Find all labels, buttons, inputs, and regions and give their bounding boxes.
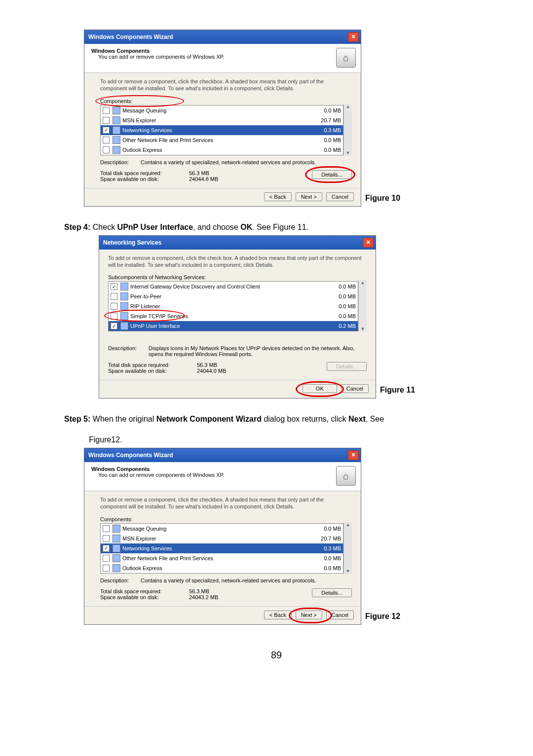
- details-button[interactable]: Details...: [312, 170, 352, 179]
- list-item[interactable]: Other Network File and Print Services0.0…: [101, 553, 343, 563]
- checkbox-icon[interactable]: [103, 525, 110, 532]
- checkbox-icon[interactable]: [103, 535, 110, 542]
- item-label: Message Queuing: [122, 108, 306, 113]
- instructions: To add or remove a component, click the …: [100, 496, 352, 510]
- description-text: Displays icons in My Network Places for …: [149, 345, 367, 357]
- space-avail-value: 24043.2 MB: [189, 594, 218, 600]
- item-size: 0.0 MB: [306, 555, 341, 561]
- checkbox-icon[interactable]: [103, 107, 110, 114]
- checkbox-icon[interactable]: ✓: [103, 127, 110, 134]
- title-text: Networking Services: [103, 239, 161, 246]
- back-button[interactable]: < Back: [264, 611, 292, 619]
- item-label: MSN Explorer: [122, 117, 306, 123]
- windows-component-icon: ⌂: [336, 466, 356, 486]
- space-avail-label: Space available on disk:: [108, 368, 197, 374]
- item-label: RIP Listener: [130, 303, 321, 309]
- next-button[interactable]: Next >: [296, 192, 322, 201]
- checkbox-icon[interactable]: [103, 146, 110, 153]
- back-button[interactable]: < Back: [264, 192, 292, 201]
- close-icon[interactable]: ×: [348, 32, 359, 42]
- description-label: Description:: [108, 345, 149, 357]
- list-item[interactable]: Message Queuing0.0 MB: [101, 524, 343, 534]
- list-item[interactable]: ✓Internet Gateway Device Discovery and C…: [109, 282, 358, 291]
- close-icon[interactable]: ×: [348, 450, 359, 460]
- ok-button[interactable]: OK: [303, 384, 337, 393]
- list-item[interactable]: Other Network File and Print Services0.0…: [101, 135, 343, 145]
- components-list[interactable]: Message Queuing0.0 MBMSN Explorer20.7 MB…: [100, 105, 343, 155]
- description-text: Contains a variety of specialized, netwo…: [141, 159, 352, 165]
- networking-services-dialog: Networking Services × To add or remove a…: [99, 235, 376, 399]
- titlebar: Networking Services ×: [99, 236, 376, 250]
- instructions: To add or remove a component, click the …: [100, 78, 352, 92]
- checkbox-icon[interactable]: ✓: [111, 323, 117, 329]
- dialog-subheading: You can add or remove components of Wind…: [91, 472, 336, 478]
- item-size: 0.0 MB: [321, 293, 356, 299]
- scrollbar[interactable]: ▲▼: [343, 522, 352, 574]
- checkbox-icon[interactable]: [111, 313, 117, 320]
- titlebar: Windows Components Wizard ×: [84, 30, 361, 44]
- component-icon: [120, 302, 128, 310]
- item-label: Internet Gateway Device Discovery and Co…: [130, 284, 321, 289]
- item-size: 0.0 MB: [306, 526, 341, 532]
- list-item[interactable]: Peer-to-Peer0.0 MB: [109, 291, 358, 301]
- next-button[interactable]: Next >: [296, 611, 322, 619]
- list-item[interactable]: Message Queuing0.0 MB: [101, 106, 343, 115]
- component-icon: [113, 126, 120, 134]
- description-text: Contains a variety of specialized, netwo…: [141, 577, 352, 583]
- components-list[interactable]: Message Queuing0.0 MBMSN Explorer20.7 MB…: [100, 523, 343, 574]
- total-disk-value: 56.3 MB: [197, 362, 217, 368]
- scrollbar[interactable]: ▲▼: [358, 280, 367, 331]
- item-size: 0.3 MB: [306, 127, 341, 133]
- total-disk-label: Total disk space required:: [100, 170, 189, 176]
- cancel-button[interactable]: Cancel: [326, 611, 354, 619]
- list-item[interactable]: ✓Networking Services0.3 MB: [101, 543, 343, 553]
- title-text: Windows Components Wizard: [88, 34, 173, 40]
- step5-text: Step 5: When the original Network Compon…: [64, 413, 489, 425]
- list-item[interactable]: ✓Networking Services0.3 MB: [101, 125, 343, 135]
- component-icon: [113, 107, 120, 114]
- checkbox-icon[interactable]: [103, 117, 110, 124]
- checkbox-icon[interactable]: [103, 137, 110, 144]
- item-label: Other Network File and Print Services: [122, 555, 306, 561]
- item-label: Networking Services: [122, 127, 306, 133]
- cancel-button[interactable]: Cancel: [326, 192, 354, 201]
- checkbox-icon[interactable]: [103, 555, 110, 562]
- list-item[interactable]: MSN Explorer20.7 MB: [101, 115, 343, 125]
- component-icon: [113, 544, 120, 552]
- cancel-button[interactable]: Cancel: [341, 384, 369, 393]
- details-button: Details...: [327, 362, 367, 371]
- item-label: Peer-to-Peer: [130, 293, 321, 299]
- list-item[interactable]: Outlook Express0.0 MB: [101, 563, 343, 573]
- checkbox-icon[interactable]: [103, 565, 110, 572]
- details-button[interactable]: Details...: [312, 588, 352, 597]
- list-item[interactable]: ✓UPnP User Interface0.2 MB: [109, 321, 358, 331]
- close-icon[interactable]: ×: [363, 238, 374, 248]
- checkbox-icon[interactable]: [111, 293, 117, 300]
- checkbox-icon[interactable]: [111, 303, 117, 310]
- item-label: Message Queuing: [122, 526, 306, 532]
- space-avail-label: Space available on disk:: [100, 176, 189, 182]
- dialog-heading: Windows Components: [91, 466, 336, 472]
- component-icon: [113, 525, 120, 533]
- item-label: UPnP User Interface: [130, 323, 321, 329]
- subcomponents-list[interactable]: ✓Internet Gateway Device Discovery and C…: [108, 281, 358, 331]
- dialog-subheading: You can add or remove components of Wind…: [91, 54, 336, 60]
- item-size: 0.0 MB: [321, 313, 356, 319]
- space-avail-label: Space available on disk:: [100, 594, 189, 600]
- component-icon: [113, 116, 120, 124]
- list-item[interactable]: Outlook Express0.0 MB: [101, 145, 343, 155]
- scrollbar[interactable]: ▲▼: [343, 104, 352, 155]
- checkbox-icon[interactable]: ✓: [103, 545, 110, 552]
- list-item[interactable]: MSN Explorer20.7 MB: [101, 534, 343, 543]
- subcomponents-label: Subcomponents of Networking Services:: [108, 274, 367, 280]
- item-size: 0.0 MB: [306, 147, 341, 153]
- item-size: 0.2 MB: [321, 323, 356, 329]
- list-item[interactable]: Simple TCP/IP Services0.0 MB: [109, 311, 358, 321]
- item-size: 0.0 MB: [306, 137, 341, 143]
- checkbox-icon[interactable]: ✓: [111, 283, 117, 290]
- component-icon: [120, 283, 128, 290]
- list-item[interactable]: RIP Listener0.0 MB: [109, 301, 358, 311]
- figure-caption: Figure 12: [365, 612, 400, 621]
- title-text: Windows Components Wizard: [88, 452, 173, 459]
- component-icon: [113, 535, 120, 542]
